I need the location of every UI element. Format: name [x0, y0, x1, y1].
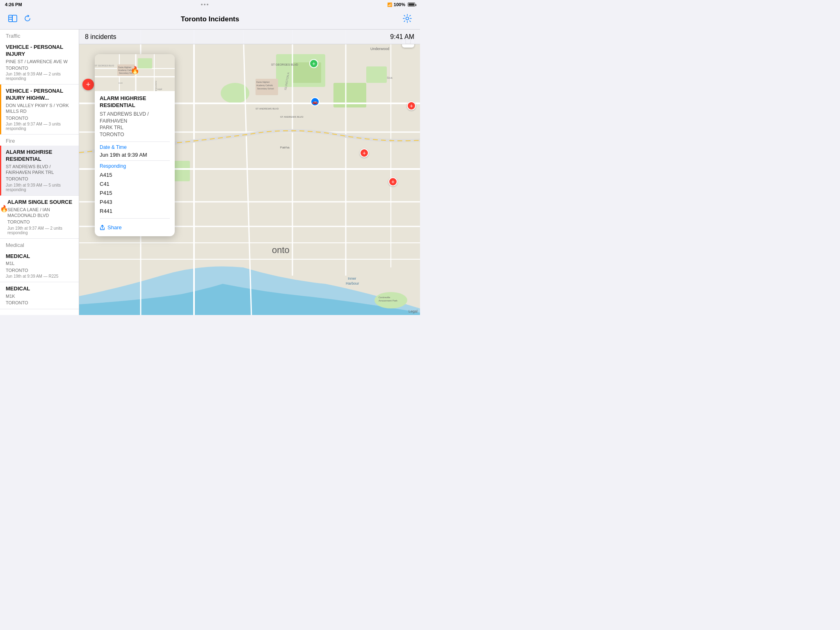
- nav-left: [7, 13, 39, 25]
- map-legal-label: Legal: [409, 309, 418, 313]
- incident-address: SENECA LANE / IAN MACDONALD BLVD: [7, 207, 73, 219]
- map-marker-plus-1[interactable]: +: [407, 101, 416, 110]
- status-right: 📶 100%: [387, 2, 415, 7]
- svg-text:ST ANDREWS BLVD: ST ANDREWS BLVD: [280, 116, 304, 118]
- svg-rect-1: [12, 15, 17, 22]
- popup-title: ALARM HIGHRISE RESIDENTIAL: [100, 95, 170, 109]
- map-marker-plus-2[interactable]: +: [360, 148, 369, 158]
- category-medical: Medical: [0, 239, 79, 250]
- svg-text:🔥: 🔥: [130, 66, 140, 75]
- incidents-bar: 8 incidents 9:41 AM: [79, 30, 420, 44]
- incident-city: TORONTO: [6, 300, 73, 306]
- status-time: 4:26 PM: [5, 2, 22, 7]
- incident-popup: Dante Alighieri Academy Catholic Seconda…: [95, 54, 175, 236]
- incident-city: TORONTO: [6, 267, 73, 273]
- status-bar: 4:26 PM 📶 100%: [0, 0, 420, 9]
- svg-rect-0: [9, 15, 12, 22]
- incident-item[interactable]: MEDICAL M1K TORONTO: [0, 282, 79, 309]
- incident-meta: Jun 19th at 9:37 AM — 2 units responding: [7, 226, 73, 235]
- popup-divider-2: [100, 160, 170, 161]
- popup-divider-3: [100, 218, 170, 219]
- map-marker-car: 🚗: [310, 97, 320, 106]
- status-dots: [201, 4, 208, 5]
- refresh-icon: [24, 15, 31, 22]
- share-label: Share: [107, 224, 122, 231]
- popup-body: ALARM HIGHRISE RESIDENTIAL ST ANDREWS BL…: [95, 91, 175, 236]
- svg-text:Underwood: Underwood: [370, 47, 389, 51]
- svg-text:Academy Catholic: Academy Catholic: [256, 84, 273, 87]
- share-button[interactable]: Share: [100, 221, 170, 232]
- incident-address: PINE ST / LAWRENCE AVE W: [6, 59, 73, 64]
- incident-city: TORONTO: [6, 65, 73, 71]
- category-traffic: Traffic: [0, 30, 79, 41]
- incidents-count: 8 incidents: [85, 33, 116, 41]
- incident-meta: Jun 19th at 9:37 AM — 3 units responding: [6, 122, 73, 131]
- svg-text:Amusement Park: Amusement Park: [379, 299, 398, 302]
- map-marker-green[interactable]: +: [309, 59, 318, 68]
- incident-title: ALARM HIGHRISE RESIDENTIAL: [6, 149, 73, 163]
- incident-item[interactable]: VEHICLE - PERSONAL INJURY HIGHW... DON V…: [0, 84, 79, 135]
- gear-icon: [403, 14, 412, 23]
- svg-text:Secondary School: Secondary School: [257, 87, 274, 90]
- svg-text:Centreville: Centreville: [379, 296, 390, 299]
- map-marker-plus-3[interactable]: +: [388, 177, 397, 186]
- map-add-button[interactable]: +: [82, 79, 94, 90]
- share-icon: [100, 225, 105, 231]
- svg-text:Legal: Legal: [157, 88, 162, 90]
- sidebar: Traffic VEHICLE - PERSONAL INJURY PINE S…: [0, 9, 79, 315]
- svg-text:ST GEORGES BLVD: ST GEORGES BLVD: [95, 64, 114, 67]
- battery-level: 100%: [394, 2, 405, 7]
- wifi-icon: 📶: [387, 2, 392, 7]
- svg-rect-11: [366, 66, 387, 83]
- refresh-button[interactable]: [22, 13, 33, 25]
- unit-c41: C41: [100, 180, 170, 189]
- svg-text:ST ANDREWS BLVD: ST ANDREWS BLVD: [256, 107, 279, 110]
- incident-title: VEHICLE - PERSONAL INJURY: [6, 44, 73, 58]
- incident-address: M1K: [6, 293, 73, 299]
- popup-responding-label: Responding: [100, 163, 170, 169]
- svg-text:Sca: Sca: [387, 76, 393, 80]
- incident-item[interactable]: MEDICAL M1L TORONTO Jun 19th at 9:39 AM …: [0, 250, 79, 282]
- svg-text:Inner: Inner: [348, 276, 356, 281]
- incident-item[interactable]: 🔥 ALARM SINGLE SOURCE SENECA LANE / IAN …: [0, 196, 79, 239]
- popup-divider-1: [100, 142, 170, 142]
- unit-p415: P415: [100, 189, 170, 198]
- incident-meta: Jun 19th at 9:39 AM — R225: [6, 274, 73, 278]
- unit-p443: P443: [100, 198, 170, 207]
- nav-right: [381, 12, 413, 26]
- svg-text:Fairha: Fairha: [280, 146, 290, 149]
- incident-title: ALARM SINGLE SOURCE: [7, 199, 73, 206]
- unit-a415: A415: [100, 171, 170, 180]
- incident-item[interactable]: VEHICLE - PERSONAL INJURY PINE ST / LAWR…: [0, 41, 79, 84]
- sidebar-icon: [8, 15, 17, 22]
- incident-title: MEDICAL: [6, 285, 73, 292]
- incident-address: M1L: [6, 260, 73, 266]
- popup-map-thumbnail: Dante Alighieri Academy Catholic Seconda…: [95, 54, 175, 91]
- category-fire: Fire: [0, 135, 79, 146]
- incidents-time: 9:41 AM: [390, 33, 414, 41]
- map-area: ISLINGTON A ST GEORGES BLVD ST ANDREWS B…: [79, 30, 420, 315]
- popup-address: ST ANDREWS BLVD / FAIRHAVEN PARK TRL TOR…: [100, 111, 170, 138]
- incident-address: ST ANDREWS BLVD / FAIRHAVEN PARK TRL: [6, 164, 73, 176]
- settings-button[interactable]: [401, 12, 413, 26]
- incident-meta: Jun 19th at 9:39 AM — 2 units responding: [6, 72, 73, 81]
- incident-title: VEHICLE - PERSONAL INJURY HIGHW...: [6, 88, 73, 102]
- svg-text:Dante Alighieri: Dante Alighieri: [118, 66, 131, 68]
- nav-bar: Toronto Incidents: [0, 9, 420, 30]
- sidebar-toggle-button[interactable]: [7, 13, 19, 25]
- incident-title: MEDICAL: [6, 253, 73, 260]
- battery-icon: [408, 2, 415, 7]
- incident-item-active[interactable]: ALARM HIGHRISE RESIDENTIAL ST ANDREWS BL…: [0, 146, 79, 196]
- unit-r441: R441: [100, 207, 170, 216]
- svg-rect-50: [138, 58, 152, 68]
- svg-point-4: [406, 17, 409, 20]
- incident-meta: Jun 19th at 9:39 AM — 5 units responding: [6, 183, 73, 192]
- incident-city: TORONTO: [6, 176, 73, 182]
- popup-datetime-value: Jun 19th at 9:39 AM: [100, 152, 170, 158]
- svg-text:ST GEORGES BLVD: ST GEORGES BLVD: [271, 63, 298, 66]
- incident-city: TORONTO: [6, 115, 73, 121]
- incident-address: DON VALLEY PKWY S / YORK MILLS RD: [6, 103, 73, 114]
- svg-text:onto: onto: [272, 245, 290, 255]
- svg-text:Harbour: Harbour: [346, 281, 359, 285]
- popup-datetime-label: Date & Time: [100, 144, 170, 150]
